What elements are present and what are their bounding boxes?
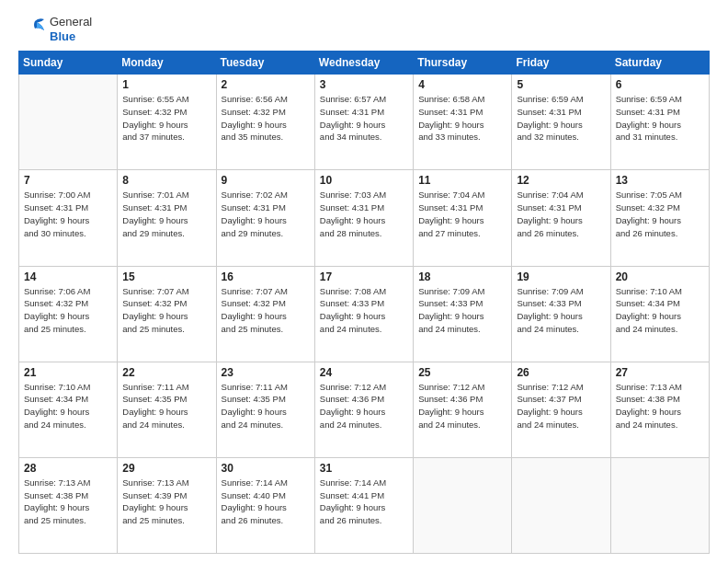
day-info: Sunrise: 7:09 AM Sunset: 4:33 PM Dayligh… xyxy=(517,285,605,336)
calendar-cell xyxy=(414,457,512,553)
calendar-cell: 29Sunrise: 7:13 AM Sunset: 4:39 PM Dayli… xyxy=(118,457,216,553)
weekday-header-friday: Friday xyxy=(512,52,610,75)
day-number: 27 xyxy=(616,366,704,379)
calendar-cell: 19Sunrise: 7:09 AM Sunset: 4:33 PM Dayli… xyxy=(512,266,610,362)
calendar-cell: 3Sunrise: 6:57 AM Sunset: 4:31 PM Daylig… xyxy=(314,75,413,170)
page: General Blue SundayMondayTuesdayWednesda… xyxy=(0,0,728,563)
day-info: Sunrise: 7:13 AM Sunset: 4:39 PM Dayligh… xyxy=(122,477,210,527)
day-number: 2 xyxy=(222,78,310,91)
day-info: Sunrise: 7:12 AM Sunset: 4:37 PM Dayligh… xyxy=(517,381,605,431)
calendar-cell: 21Sunrise: 7:10 AM Sunset: 4:34 PM Dayli… xyxy=(19,362,118,457)
day-number: 25 xyxy=(418,366,506,379)
logo-blue: Blue xyxy=(50,29,92,44)
day-number: 15 xyxy=(122,270,210,283)
calendar-cell: 15Sunrise: 7:07 AM Sunset: 4:32 PM Dayli… xyxy=(118,266,216,362)
logo-text: General Blue xyxy=(50,15,92,43)
weekday-header-wednesday: Wednesday xyxy=(314,52,413,75)
calendar-cell: 17Sunrise: 7:08 AM Sunset: 4:33 PM Dayli… xyxy=(314,266,413,362)
logo: General Blue xyxy=(18,15,92,43)
weekday-header-monday: Monday xyxy=(118,52,216,75)
calendar-cell: 20Sunrise: 7:10 AM Sunset: 4:34 PM Dayli… xyxy=(610,266,709,362)
day-info: Sunrise: 7:04 AM Sunset: 4:31 PM Dayligh… xyxy=(418,189,506,239)
weekday-header-sunday: Sunday xyxy=(19,52,118,75)
calendar-cell: 8Sunrise: 7:01 AM Sunset: 4:31 PM Daylig… xyxy=(118,170,216,266)
logo-bird-icon xyxy=(18,17,46,41)
day-number: 8 xyxy=(122,174,210,187)
day-info: Sunrise: 6:56 AM Sunset: 4:32 PM Dayligh… xyxy=(222,93,310,144)
day-number: 1 xyxy=(122,78,210,91)
day-number: 4 xyxy=(418,78,506,91)
day-info: Sunrise: 7:11 AM Sunset: 4:35 PM Dayligh… xyxy=(222,381,310,431)
calendar-cell: 22Sunrise: 7:11 AM Sunset: 4:35 PM Dayli… xyxy=(118,362,216,457)
calendar-cell: 31Sunrise: 7:14 AM Sunset: 4:41 PM Dayli… xyxy=(314,457,413,553)
day-info: Sunrise: 6:58 AM Sunset: 4:31 PM Dayligh… xyxy=(418,93,506,144)
day-number: 29 xyxy=(122,462,210,475)
day-info: Sunrise: 6:55 AM Sunset: 4:32 PM Dayligh… xyxy=(122,93,210,144)
calendar-cell: 25Sunrise: 7:12 AM Sunset: 4:36 PM Dayli… xyxy=(414,362,512,457)
calendar-cell: 1Sunrise: 6:55 AM Sunset: 4:32 PM Daylig… xyxy=(118,75,216,170)
day-number: 22 xyxy=(122,366,210,379)
day-number: 3 xyxy=(320,78,408,91)
day-number: 14 xyxy=(24,270,112,283)
day-info: Sunrise: 7:06 AM Sunset: 4:32 PM Dayligh… xyxy=(24,285,112,336)
calendar-cell: 6Sunrise: 6:59 AM Sunset: 4:31 PM Daylig… xyxy=(610,75,709,170)
calendar-cell: 5Sunrise: 6:59 AM Sunset: 4:31 PM Daylig… xyxy=(512,75,610,170)
day-number: 23 xyxy=(222,366,310,379)
calendar-cell xyxy=(512,457,610,553)
day-info: Sunrise: 7:10 AM Sunset: 4:34 PM Dayligh… xyxy=(616,285,704,336)
day-number: 20 xyxy=(616,270,704,283)
day-number: 11 xyxy=(418,174,506,187)
calendar-week-row-5: 28Sunrise: 7:13 AM Sunset: 4:38 PM Dayli… xyxy=(19,457,710,553)
calendar-cell: 16Sunrise: 7:07 AM Sunset: 4:32 PM Dayli… xyxy=(216,266,314,362)
calendar-cell: 10Sunrise: 7:03 AM Sunset: 4:31 PM Dayli… xyxy=(314,170,413,266)
calendar-cell xyxy=(19,75,118,170)
calendar-cell: 24Sunrise: 7:12 AM Sunset: 4:36 PM Dayli… xyxy=(314,362,413,457)
day-number: 19 xyxy=(517,270,605,283)
calendar-week-row-1: 1Sunrise: 6:55 AM Sunset: 4:32 PM Daylig… xyxy=(19,75,710,170)
calendar-cell: 7Sunrise: 7:00 AM Sunset: 4:31 PM Daylig… xyxy=(19,170,118,266)
calendar-cell: 4Sunrise: 6:58 AM Sunset: 4:31 PM Daylig… xyxy=(414,75,512,170)
calendar-cell: 14Sunrise: 7:06 AM Sunset: 4:32 PM Dayli… xyxy=(19,266,118,362)
calendar-cell: 28Sunrise: 7:13 AM Sunset: 4:38 PM Dayli… xyxy=(19,457,118,553)
day-info: Sunrise: 7:13 AM Sunset: 4:38 PM Dayligh… xyxy=(616,381,704,431)
day-number: 21 xyxy=(24,366,112,379)
day-number: 31 xyxy=(320,462,408,475)
day-number: 5 xyxy=(517,78,605,91)
day-info: Sunrise: 7:07 AM Sunset: 4:32 PM Dayligh… xyxy=(122,285,210,336)
calendar-cell: 23Sunrise: 7:11 AM Sunset: 4:35 PM Dayli… xyxy=(216,362,314,457)
day-number: 12 xyxy=(517,174,605,187)
calendar-week-row-3: 14Sunrise: 7:06 AM Sunset: 4:32 PM Dayli… xyxy=(19,266,710,362)
day-number: 26 xyxy=(517,366,605,379)
day-number: 10 xyxy=(320,174,408,187)
day-number: 13 xyxy=(616,174,704,187)
calendar-cell: 13Sunrise: 7:05 AM Sunset: 4:32 PM Dayli… xyxy=(610,170,709,266)
calendar-cell: 30Sunrise: 7:14 AM Sunset: 4:40 PM Dayli… xyxy=(216,457,314,553)
day-info: Sunrise: 7:12 AM Sunset: 4:36 PM Dayligh… xyxy=(418,381,506,431)
day-info: Sunrise: 6:59 AM Sunset: 4:31 PM Dayligh… xyxy=(517,93,605,144)
day-info: Sunrise: 7:08 AM Sunset: 4:33 PM Dayligh… xyxy=(320,285,408,336)
day-info: Sunrise: 7:00 AM Sunset: 4:31 PM Dayligh… xyxy=(24,189,112,239)
weekday-header-row: SundayMondayTuesdayWednesdayThursdayFrid… xyxy=(19,52,710,75)
day-number: 30 xyxy=(222,462,310,475)
day-info: Sunrise: 7:01 AM Sunset: 4:31 PM Dayligh… xyxy=(122,189,210,239)
day-info: Sunrise: 7:07 AM Sunset: 4:32 PM Dayligh… xyxy=(222,285,310,336)
day-info: Sunrise: 7:13 AM Sunset: 4:38 PM Dayligh… xyxy=(24,477,112,527)
calendar-cell: 27Sunrise: 7:13 AM Sunset: 4:38 PM Dayli… xyxy=(610,362,709,457)
day-number: 6 xyxy=(616,78,704,91)
calendar-cell: 11Sunrise: 7:04 AM Sunset: 4:31 PM Dayli… xyxy=(414,170,512,266)
day-info: Sunrise: 7:11 AM Sunset: 4:35 PM Dayligh… xyxy=(122,381,210,431)
weekday-header-tuesday: Tuesday xyxy=(216,52,314,75)
day-info: Sunrise: 7:10 AM Sunset: 4:34 PM Dayligh… xyxy=(24,381,112,431)
day-number: 18 xyxy=(418,270,506,283)
calendar-cell: 18Sunrise: 7:09 AM Sunset: 4:33 PM Dayli… xyxy=(414,266,512,362)
day-number: 28 xyxy=(24,462,112,475)
day-number: 7 xyxy=(24,174,112,187)
weekday-header-saturday: Saturday xyxy=(610,52,709,75)
logo-general: General xyxy=(50,15,92,29)
calendar-cell: 12Sunrise: 7:04 AM Sunset: 4:31 PM Dayli… xyxy=(512,170,610,266)
calendar-cell xyxy=(610,457,709,553)
day-number: 17 xyxy=(320,270,408,283)
calendar-table: SundayMondayTuesdayWednesdayThursdayFrid… xyxy=(18,51,710,554)
day-info: Sunrise: 7:14 AM Sunset: 4:41 PM Dayligh… xyxy=(320,477,408,527)
day-info: Sunrise: 7:12 AM Sunset: 4:36 PM Dayligh… xyxy=(320,381,408,431)
